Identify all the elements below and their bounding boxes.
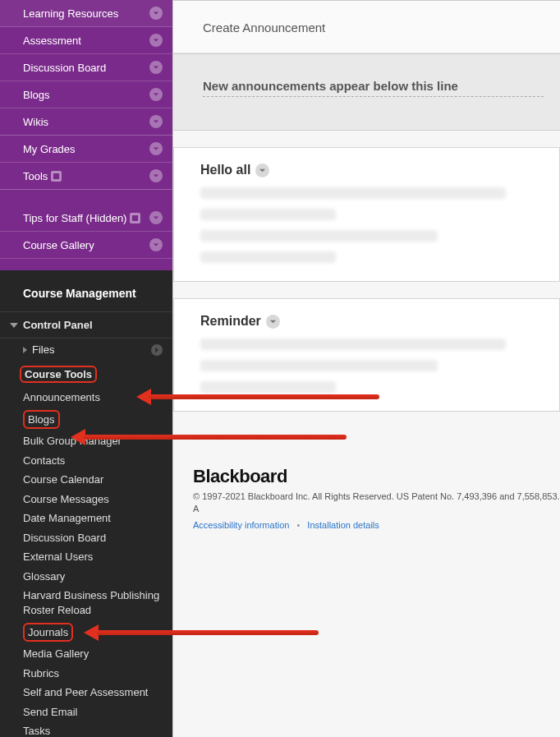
course-menu: Learning Resources Assessment Discussion… [0, 0, 172, 270]
tool-label: Announcements [23, 391, 100, 403]
tool-label: Glossary [23, 570, 65, 583]
chevron-down-icon[interactable] [266, 315, 280, 329]
sidebar-item-label: Tools [23, 170, 48, 182]
redacted-text [200, 360, 438, 371]
sidebar-item-label: Course Gallery [23, 239, 94, 251]
tool-label: Send Email [23, 706, 77, 718]
tool-course-calendar[interactable]: Course Calendar [0, 470, 172, 490]
sidebar-item-discussion-board[interactable]: Discussion Board [0, 54, 172, 81]
tool-self-peer-assessment[interactable]: Self and Peer Assessment [0, 683, 172, 702]
tool-label: Harvard Business Publishing Roster Reloa… [23, 589, 159, 616]
tool-date-management[interactable]: Date Management [0, 509, 172, 528]
tool-media-gallery[interactable]: Media Gallery [0, 644, 172, 664]
sidebar-item-label: Assessment [23, 35, 81, 47]
tool-label: Contacts [23, 454, 65, 467]
tool-tasks[interactable]: Tasks [0, 721, 172, 737]
tool-rubrics[interactable]: Rubrics [0, 664, 172, 684]
chevron-down-icon [149, 142, 163, 155]
tool-label: Date Management [23, 512, 111, 524]
sidebar-item-assessment[interactable]: Assessment [0, 27, 172, 54]
create-announcement-label: Create Announcement [203, 21, 325, 35]
caret-down-icon [10, 323, 18, 328]
chevron-down-icon [149, 88, 163, 101]
sidebar-item-tips-for-staff[interactable]: Tips for Staff (Hidden) [0, 205, 172, 232]
announcement-card[interactable]: Reminder [173, 298, 560, 412]
sidebar-item-my-grades[interactable]: My Grades [0, 136, 172, 163]
tool-announcements[interactable]: Announcements [0, 388, 172, 408]
tool-label: Bulk Group Manager [23, 435, 122, 447]
tool-journals[interactable]: Journals [0, 620, 172, 645]
installation-details-link[interactable]: Installation details [307, 520, 379, 530]
sidebar-item-label: Tips for Staff (Hidden) [23, 212, 126, 224]
svg-rect-0 [53, 173, 59, 178]
tool-label: Journals [23, 623, 73, 643]
sidebar-item-learning-resources[interactable]: Learning Resources [0, 0, 172, 27]
caret-right-icon [23, 347, 27, 353]
arrow-right-icon [151, 344, 163, 356]
chevron-down-icon [149, 34, 163, 47]
course-tools-label: Course Tools [20, 366, 97, 383]
tool-send-email[interactable]: Send Email [0, 702, 172, 722]
sidebar-item-label: My Grades [23, 143, 76, 155]
redacted-text [200, 230, 438, 242]
chevron-down-icon [149, 238, 163, 251]
accessibility-link[interactable]: Accessibility information [193, 520, 289, 530]
course-management-panel: Course Management Control Panel Files Co… [0, 270, 172, 737]
tool-contacts[interactable]: Contacts [0, 451, 172, 471]
sidebar-item-label: Learning Resources [23, 7, 118, 20]
tool-label: Discussion Board [23, 532, 106, 544]
sidebar-item-tools[interactable]: Tools [0, 163, 172, 190]
tool-label: Course Messages [23, 493, 109, 505]
chevron-down-icon [149, 169, 163, 182]
tool-label: Self and Peer Assessment [23, 686, 148, 698]
blackboard-logo: Blackboard [193, 466, 560, 487]
announcement-title: Reminder [200, 314, 261, 329]
control-panel-label: Control Panel [23, 319, 93, 331]
redacted-text [200, 339, 506, 350]
tool-bulk-group-manager[interactable]: Bulk Group Manager [0, 431, 172, 451]
redacted-text [200, 187, 506, 199]
course-management-heading: Course Management [0, 287, 172, 311]
files-row[interactable]: Files [0, 339, 172, 361]
separator-icon: • [296, 520, 300, 530]
tool-course-messages[interactable]: Course Messages [0, 490, 172, 509]
chevron-down-icon [149, 211, 163, 224]
tool-discussion-board[interactable]: Discussion Board [0, 528, 172, 548]
copyright-text: © 1997-2021 Blackboard Inc. All Rights R… [193, 491, 560, 516]
control-panel-toggle[interactable]: Control Panel [0, 311, 172, 339]
tool-label: External Users [23, 550, 93, 563]
announcement-card[interactable]: Hello all [173, 147, 560, 282]
sidebar-item-label: Discussion Board [23, 62, 106, 74]
sidebar-item-course-gallery[interactable]: Course Gallery [0, 232, 172, 259]
tool-label: Media Gallery [23, 647, 89, 660]
new-announcements-divider: New announcements appear below this line [173, 53, 560, 131]
sidebar-item-label: Blogs [23, 89, 50, 101]
tool-label: Course Calendar [23, 473, 103, 486]
tool-blogs[interactable]: Blogs [0, 408, 172, 432]
main-content: Create Announcement New announcements ap… [172, 0, 560, 737]
course-tools-toggle[interactable]: Course Tools [0, 361, 172, 388]
notice-text: New announcements appear below this line [203, 79, 544, 97]
chevron-down-icon [149, 61, 163, 74]
sidebar-item-wikis[interactable]: Wikis [0, 108, 172, 136]
files-label: Files [32, 343, 54, 356]
create-announcement-button[interactable]: Create Announcement [173, 1, 560, 53]
redacted-text [200, 209, 336, 220]
announcement-title: Hello all [200, 163, 250, 177]
chevron-down-icon[interactable] [255, 164, 269, 177]
tool-label: Rubrics [23, 667, 59, 679]
tool-glossary[interactable]: Glossary [0, 567, 172, 587]
redacted-text [200, 381, 336, 393]
sidebar: Learning Resources Assessment Discussion… [0, 0, 172, 737]
tool-label: Tasks [23, 725, 50, 737]
hidden-badge-icon [130, 213, 140, 223]
svg-rect-1 [132, 214, 138, 220]
redacted-text [200, 251, 336, 263]
sidebar-item-blogs[interactable]: Blogs [0, 81, 172, 108]
tool-external-users[interactable]: External Users [0, 547, 172, 567]
hidden-badge-icon [51, 171, 62, 182]
tool-harvard-roster-reload[interactable]: Harvard Business Publishing Roster Reloa… [0, 586, 172, 620]
sidebar-item-label: Wikis [23, 116, 48, 128]
chevron-down-icon [149, 115, 163, 128]
tool-label: Blogs [23, 410, 60, 430]
